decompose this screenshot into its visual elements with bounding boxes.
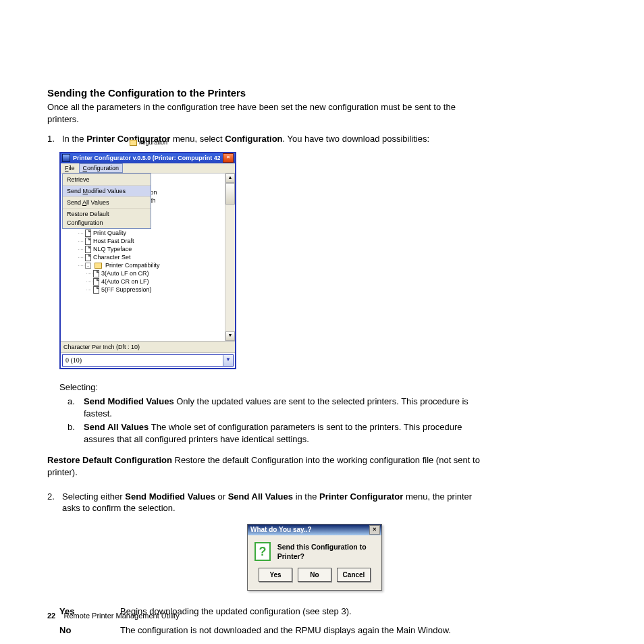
page-icon [85, 246, 91, 253]
no-button[interactable]: No [298, 568, 331, 583]
page-icon [85, 254, 91, 261]
configuration-dropdown: Retrieve Send Modified Values Send All V… [62, 173, 151, 229]
app-icon [62, 154, 70, 162]
tree-item[interactable]: Host Fast Draft [85, 237, 223, 245]
close-icon[interactable]: × [369, 525, 380, 535]
tree-item[interactable]: Print Quality [85, 229, 223, 237]
confirm-dialog: What do You say..? × ? Send this Configu… [247, 524, 382, 591]
menubar: File Configuration [61, 163, 235, 173]
question-icon: ? [254, 542, 271, 561]
tree-item[interactable]: 3(Auto LF on CR) [93, 269, 223, 277]
printer-configurator-window: Printer Configurator v.0.5.0 (Printer: C… [59, 152, 236, 369]
window-titlebar: Printer Configurator v.0.5.0 (Printer: C… [61, 153, 235, 163]
page-icon [85, 238, 91, 245]
tree-partial-visible-node: nfiguration [130, 138, 223, 146]
step-2: 2. Selecting either Send Modified Values… [47, 491, 582, 514]
page-number: 22 [47, 612, 55, 620]
tree-item[interactable]: 5(FF Suppression) [93, 286, 223, 294]
page-footer: 22 Remote Printer Management Utility [47, 611, 180, 621]
close-icon[interactable]: × [223, 153, 234, 163]
tree-item[interactable]: NLQ Typeface [85, 245, 223, 253]
menu-item-restore-default[interactable]: Restore Default Configuration [63, 209, 151, 227]
folder-icon [130, 140, 137, 146]
dialog-titlebar: What do You say..? × [248, 525, 381, 535]
menu-item-retrieve[interactable]: Retrieve [63, 174, 151, 186]
section-title: Sending the Configuration to the Printer… [47, 86, 582, 100]
tree-item[interactable]: Character Set [85, 253, 223, 261]
option-a: a. Send Modified Values Only the updated… [68, 396, 486, 419]
cpi-combo[interactable]: 0 (10) ▼ [62, 354, 234, 367]
menu-item-send-modified[interactable]: Send Modified Values [63, 186, 151, 197]
cpi-combo-value[interactable]: 0 (10) [63, 355, 223, 366]
field-label: Character Per Inch (Dft : 10) [61, 341, 235, 353]
cancel-button[interactable]: Cancel [337, 568, 371, 583]
option-b: b. Send All Values The whole set of conf… [68, 421, 486, 445]
yes-button[interactable]: Yes [259, 568, 292, 583]
scroll-down-icon[interactable]: ▼ [225, 331, 235, 341]
collapse-icon[interactable]: - [85, 263, 91, 269]
page-icon [93, 286, 99, 294]
def-no: No The configuration is not downloaded a… [59, 624, 518, 637]
tree-item-compat[interactable]: -Printer Compatibility [85, 261, 223, 269]
tree-item[interactable]: 4(Auto CR on LF) [93, 277, 223, 286]
folder-icon [95, 263, 102, 269]
chevron-down-icon[interactable]: ▼ [223, 355, 233, 366]
doc-title: Remote Printer Management Utility [63, 612, 179, 620]
restore-note: Restore Default Configuration Restore th… [47, 454, 506, 478]
section-intro: Once all the parameters in the configura… [47, 101, 466, 125]
menu-configuration[interactable]: Configuration [79, 163, 124, 173]
step-1: 1. In the Printer Configurator menu, sel… [47, 133, 582, 145]
menu-file[interactable]: File [61, 163, 79, 173]
page-icon [93, 270, 99, 277]
page-icon [93, 278, 99, 286]
page-icon [85, 230, 91, 237]
menu-item-send-all[interactable]: Send All Values [63, 197, 151, 209]
scroll-thumb[interactable] [225, 183, 235, 205]
selecting-label: Selecting: [59, 381, 582, 394]
scrollbar[interactable]: ▲ ▼ [225, 173, 235, 341]
scroll-up-icon[interactable]: ▲ [225, 173, 235, 183]
step-1-number: 1. [47, 133, 57, 145]
dialog-message: Send this Configuration to Printer? [277, 542, 375, 561]
dialog-title: What do You say..? [249, 525, 369, 535]
window-title: Printer Configurator v.0.5.0 (Printer: C… [73, 154, 220, 162]
